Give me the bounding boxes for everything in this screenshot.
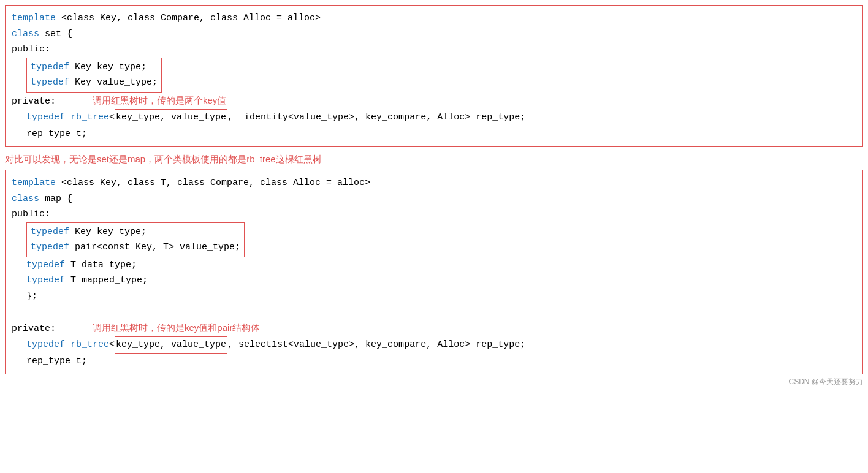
map-private-line: private: 调用红黑树时，传的是key值和pair结构体 <box>12 320 856 337</box>
map-comment: 调用红黑树时，传的是key值和pair结构体 <box>93 320 260 336</box>
set-private-line: private: 调用红黑树时，传的是两个key值 <box>12 93 856 110</box>
map-empty-line <box>12 304 856 320</box>
set-comment: 调用红黑树时，传的是两个key值 <box>93 93 226 108</box>
map-closing-brace: }; <box>12 289 856 305</box>
set-line-3: public: <box>12 42 856 58</box>
map-line-3: public: <box>12 206 856 222</box>
watermark: CSDN @今天还要努力 <box>5 376 863 387</box>
code-block-set: template <class Key, class Compare, clas… <box>5 5 863 147</box>
map-typedef-line-1: typedef Key key_type; <box>31 224 240 240</box>
set-typedef-highlight-box: typedef Key key_type; typedef Key value_… <box>26 58 162 93</box>
set-line-2: class set { <box>12 26 856 42</box>
map-rbtree-line: typedef rb_tree<key_type, value_type, se… <box>12 336 856 354</box>
map-line-1: template <class Key, class T, class Comp… <box>12 175 856 191</box>
map-line-2: class map { <box>12 191 856 207</box>
set-typedef-line-2: typedef Key value_type; <box>31 75 158 91</box>
code-block-map: template <class Key, class T, class Comp… <box>5 170 863 374</box>
map-key-value-highlight: key_type, value_type <box>115 336 227 354</box>
set-key-value-highlight: key_type, value_type <box>115 109 227 126</box>
map-mapped-type-line: typedef T mapped_type; <box>12 273 856 289</box>
keyword-template: template <box>12 10 61 26</box>
set-reptype-line: rep_type t; <box>12 126 856 142</box>
map-typedef-line-2: typedef pair<const Key, T> value_type; <box>31 240 240 255</box>
map-reptype-line: rep_type t; <box>12 354 856 369</box>
separator-text: 对比可以发现，无论是set还是map，两个类模板使用的都是rb_tree这棵红黑… <box>5 148 863 170</box>
set-rbtree-line: typedef rb_tree<key_type, value_type, id… <box>12 109 856 126</box>
map-data-type-line: typedef T data_type; <box>12 257 856 273</box>
set-line-1: template <class Key, class Compare, clas… <box>12 10 856 26</box>
map-typedef-highlight-box: typedef Key key_type; typedef pair<const… <box>26 222 245 257</box>
set-typedef-line-1: typedef Key key_type; <box>31 59 158 75</box>
